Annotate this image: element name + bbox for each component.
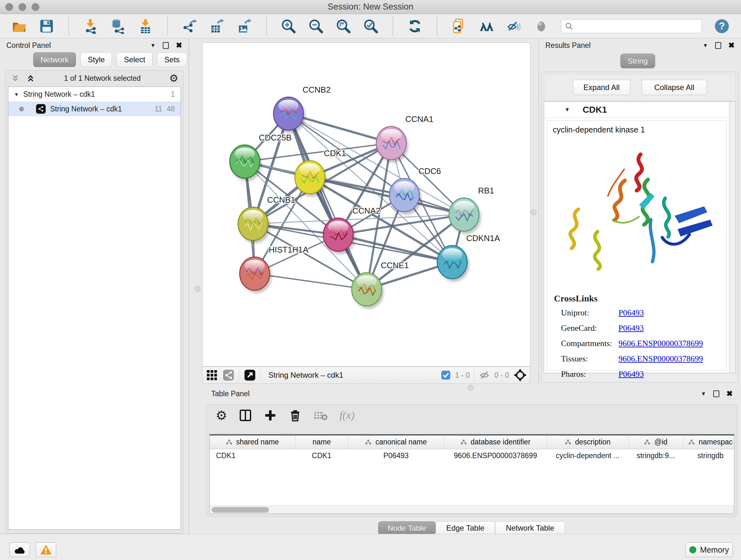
- tab-sets[interactable]: Sets: [157, 52, 187, 67]
- network-row[interactable]: String Network – cdk1 11 48: [8, 102, 181, 116]
- export-network-icon[interactable]: [182, 18, 197, 34]
- table-cell[interactable]: stringdb: [683, 449, 734, 462]
- grid-view-icon[interactable]: [206, 369, 218, 381]
- network-collection-row[interactable]: ▼ String Network – cdk1 1: [8, 87, 181, 102]
- results-scrollbar[interactable]: [729, 102, 736, 373]
- zoom-fit-icon[interactable]: [336, 18, 351, 34]
- collapse-all-button[interactable]: Collapse All: [642, 80, 707, 95]
- crosslink-link[interactable]: P06493: [618, 323, 644, 333]
- import-network-file-icon[interactable]: [83, 18, 98, 34]
- zoom-in-icon[interactable]: [281, 18, 296, 34]
- hierarchy-icon: [644, 439, 650, 445]
- column-header-canonical-name[interactable]: canonical name: [348, 435, 444, 449]
- panel-menu-icon[interactable]: ▼: [150, 43, 156, 48]
- table-cell[interactable]: P06493: [348, 449, 444, 462]
- bottom-splitter-handle[interactable]: [468, 385, 474, 390]
- zoom-selected-icon[interactable]: [363, 18, 379, 34]
- add-column-icon[interactable]: [264, 409, 277, 422]
- crosslink-link[interactable]: 9606.ENSP00000378699: [618, 354, 703, 364]
- selected-checkbox-icon[interactable]: [441, 370, 451, 380]
- import-table-icon[interactable]: [138, 18, 153, 34]
- crosslink-link[interactable]: P06493: [618, 308, 644, 318]
- node-CDKN1A[interactable]: CDKN1A: [437, 233, 500, 282]
- save-session-icon[interactable]: [39, 18, 54, 34]
- node-label-CCNB2: CCNB2: [302, 85, 331, 95]
- birds-eye-view-icon[interactable]: [514, 368, 527, 382]
- panel-close-icon[interactable]: ✖: [726, 390, 733, 397]
- crosslink-link[interactable]: 9606.ENSP00000378699: [618, 339, 703, 348]
- warning-status-button[interactable]: [36, 543, 56, 557]
- help-icon[interactable]: ?: [714, 18, 730, 34]
- panel-close-icon[interactable]: ✖: [176, 42, 182, 49]
- export-table-icon[interactable]: [209, 18, 225, 34]
- tab-edge-table[interactable]: Edge Table: [435, 521, 495, 535]
- string-network-badge-icon: [36, 104, 46, 114]
- expand-all-icon[interactable]: [26, 73, 36, 83]
- memory-button[interactable]: Memory: [685, 543, 733, 557]
- node-count: 11: [155, 105, 162, 113]
- tree-expand-icon[interactable]: ▼: [14, 92, 19, 97]
- table-cell[interactable]: CDK1: [210, 449, 295, 462]
- node-CCNE1[interactable]: CCNE1: [352, 260, 409, 309]
- search-network-icon[interactable]: [479, 18, 494, 34]
- gene-section-header[interactable]: ▼ CDK1: [544, 102, 736, 118]
- left-splitter-handle[interactable]: [195, 286, 200, 292]
- warning-icon: [41, 545, 51, 555]
- node-table[interactable]: shared namenamecanonical namedatabase id…: [209, 434, 734, 514]
- tab-style[interactable]: Style: [80, 52, 112, 67]
- column-header-database-identifier[interactable]: database identifier: [444, 435, 547, 449]
- panel-float-icon[interactable]: [163, 42, 169, 49]
- tab-string[interactable]: String: [620, 54, 655, 68]
- section-collapse-icon[interactable]: ▼: [564, 107, 570, 112]
- open-in-browser-icon[interactable]: [244, 369, 256, 381]
- collapse-all-icon[interactable]: [10, 73, 20, 83]
- column-header-name[interactable]: name: [295, 435, 348, 449]
- node-CCNB2[interactable]: CCNB2: [273, 85, 331, 133]
- string-view-icon[interactable]: [222, 369, 234, 381]
- column-header-description[interactable]: description: [547, 435, 628, 449]
- import-network-database-icon[interactable]: [111, 18, 126, 34]
- right-splitter-handle[interactable]: [531, 209, 536, 215]
- expand-all-button[interactable]: Expand All: [573, 80, 630, 95]
- scrollbar-thumb[interactable]: [212, 507, 269, 513]
- show-columns-icon[interactable]: [239, 409, 252, 422]
- panel-menu-icon[interactable]: ▼: [701, 391, 706, 396]
- table-row[interactable]: CDK1CDK1P064939606.ENSP00000378699cyclin…: [210, 449, 734, 462]
- toolbar-search[interactable]: [561, 19, 702, 33]
- session-file-network-icon[interactable]: [451, 18, 467, 34]
- refresh-layout-icon[interactable]: [407, 18, 422, 34]
- panel-float-icon[interactable]: [715, 42, 721, 49]
- column-header--id[interactable]: @id: [628, 435, 683, 449]
- node-HIST1H1A[interactable]: HIST1H1A: [240, 245, 309, 293]
- cloud-status-button[interactable]: [10, 543, 30, 557]
- tab-network-table[interactable]: Network Table: [495, 521, 565, 535]
- panel-close-icon[interactable]: ✖: [728, 42, 735, 49]
- column-header-shared-name[interactable]: shared name: [210, 435, 295, 449]
- export-image-icon[interactable]: [237, 18, 252, 34]
- crosslink-row: Compartments:9606.ENSP00000378699: [554, 339, 726, 348]
- table-horizontal-scrollbar[interactable]: [210, 505, 734, 514]
- show-hide-graphics-icon[interactable]: [506, 18, 522, 34]
- open-session-icon[interactable]: [11, 18, 27, 34]
- tab-network[interactable]: Network: [33, 52, 76, 67]
- panel-menu-icon[interactable]: ▼: [703, 43, 708, 48]
- network-options-gear-icon[interactable]: ⚙: [169, 73, 179, 83]
- panel-float-icon[interactable]: [713, 390, 719, 397]
- edge-CCNB2-CCNE1[interactable]: [288, 114, 367, 289]
- search-input[interactable]: [576, 22, 698, 30]
- table-cell[interactable]: 9606.ENSP00000378699: [444, 449, 547, 462]
- delete-column-icon[interactable]: [288, 409, 302, 422]
- node-CCNA1[interactable]: CCNA1: [376, 114, 433, 163]
- tab-node-table[interactable]: Node Table: [378, 521, 435, 535]
- table-cell[interactable]: cyclin-dependent ...: [547, 449, 628, 462]
- hidden-eye-icon[interactable]: [479, 370, 490, 381]
- tab-select[interactable]: Select: [117, 52, 152, 67]
- node-RB1[interactable]: RB1: [449, 186, 494, 234]
- network-canvas[interactable]: CCNB2CCNA1CDC25BCDK1CDC6RB1CCNB1CCNA2CDK…: [202, 43, 530, 367]
- table-cell[interactable]: CDK1: [295, 449, 348, 462]
- column-header-namespac[interactable]: namespac: [683, 435, 734, 449]
- table-options-gear-icon[interactable]: ⚙: [216, 409, 227, 422]
- crosslink-link[interactable]: P06493: [618, 369, 644, 379]
- table-cell[interactable]: stringdb:9...: [628, 449, 683, 462]
- zoom-out-icon[interactable]: [308, 18, 324, 34]
